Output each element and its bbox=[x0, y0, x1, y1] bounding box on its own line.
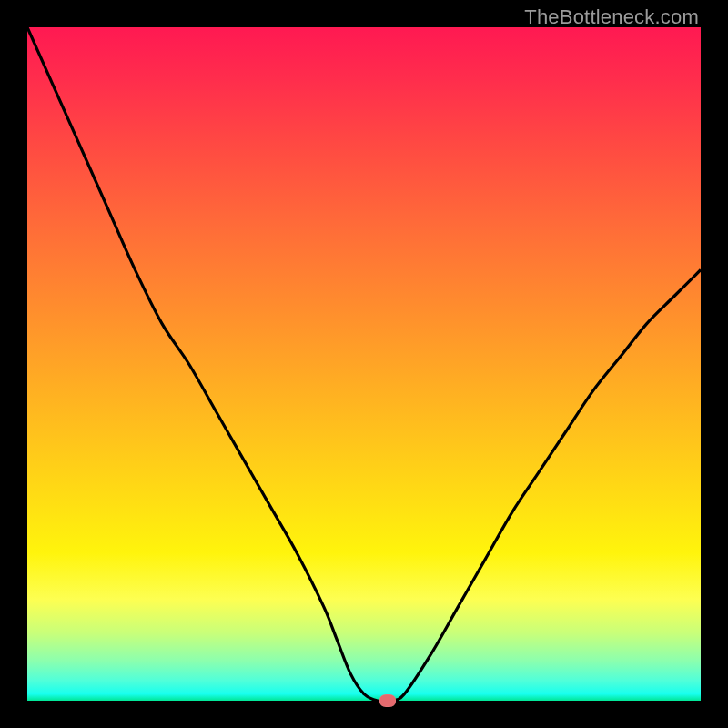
chart-container: TheBottleneck.com bbox=[0, 0, 728, 728]
plot-area bbox=[27, 27, 701, 701]
watermark-text: TheBottleneck.com bbox=[524, 5, 699, 29]
bottleneck-curve bbox=[27, 27, 701, 701]
optimum-marker bbox=[379, 694, 396, 707]
curve-svg bbox=[27, 27, 701, 701]
